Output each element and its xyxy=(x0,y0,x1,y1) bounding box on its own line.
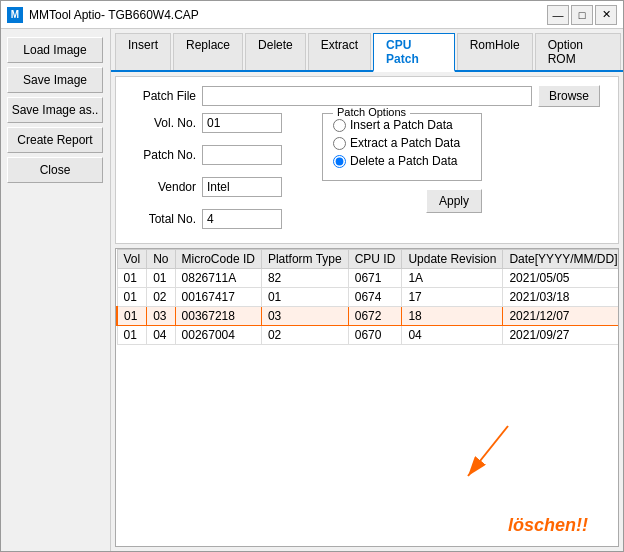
total-no-label: Total No. xyxy=(126,212,196,226)
options-section: Patch Options Insert a Patch Data Extrac… xyxy=(312,113,482,235)
browse-button[interactable]: Browse xyxy=(538,85,600,107)
app-icon: M xyxy=(7,7,23,23)
table-row[interactable]: 01010826711A8206711A2021/05/050002D000 xyxy=(117,269,619,288)
tab-delete[interactable]: Delete xyxy=(245,33,306,70)
arrow-icon xyxy=(448,416,528,496)
form-area: Patch File Browse Vol. No. Patch No. xyxy=(115,76,619,244)
patch-no-label: Patch No. xyxy=(126,148,196,162)
table-row[interactable]: 010300367218030672182021/12/0700031800 xyxy=(117,307,619,326)
main-content: Load Image Save Image Save Image as.. Cr… xyxy=(1,29,623,551)
patch-no-row: Patch No. xyxy=(126,145,282,165)
patch-file-label: Patch File xyxy=(126,89,196,103)
total-no-row: Total No. xyxy=(126,209,282,229)
microcode-table: Vol No MicroCode ID Platform Type CPU ID… xyxy=(116,249,619,345)
radio-extract-row: Extract a Patch Data xyxy=(333,136,471,150)
radio-delete[interactable] xyxy=(333,155,346,168)
patch-file-row: Patch File Browse xyxy=(126,85,608,107)
col-platform-type: Platform Type xyxy=(261,250,348,269)
right-panel: Insert Replace Delete Extract CPU Patch … xyxy=(111,29,623,551)
vendor-label: Vendor xyxy=(126,180,196,194)
radio-extract[interactable] xyxy=(333,137,346,150)
save-image-button[interactable]: Save Image xyxy=(7,67,103,93)
radio-insert[interactable] xyxy=(333,119,346,132)
vol-no-label: Vol. No. xyxy=(126,116,196,130)
tab-replace[interactable]: Replace xyxy=(173,33,243,70)
col-update-revision: Update Revision xyxy=(402,250,503,269)
col-cpu-id: CPU ID xyxy=(348,250,402,269)
form-left-fields: Vol. No. Patch No. Vendor Total No. xyxy=(126,113,282,235)
vendor-row: Vendor xyxy=(126,177,282,197)
annotation-text: löschen!! xyxy=(508,515,588,535)
vol-no-input[interactable] xyxy=(202,113,282,133)
tab-extract[interactable]: Extract xyxy=(308,33,371,70)
radio-delete-row: Delete a Patch Data xyxy=(333,154,471,168)
create-report-button[interactable]: Create Report xyxy=(7,127,103,153)
title-bar: M MMTool Aptio- TGB660W4.CAP — □ ✕ xyxy=(1,1,623,29)
window-title: MMTool Aptio- TGB660W4.CAP xyxy=(29,8,547,22)
patch-no-input[interactable] xyxy=(202,145,282,165)
tab-bar: Insert Replace Delete Extract CPU Patch … xyxy=(111,29,623,72)
col-date: Date[YYYY/MM/DD] xyxy=(503,250,619,269)
save-image-as-button[interactable]: Save Image as.. xyxy=(7,97,103,123)
tab-insert[interactable]: Insert xyxy=(115,33,171,70)
maximize-button[interactable]: □ xyxy=(571,5,593,25)
col-no: No xyxy=(147,250,175,269)
close-button[interactable]: Close xyxy=(7,157,103,183)
col-microcode-id: MicroCode ID xyxy=(175,250,261,269)
patch-file-input[interactable] xyxy=(202,86,532,106)
window-controls: — □ ✕ xyxy=(547,5,617,25)
tab-romhole[interactable]: RomHole xyxy=(457,33,533,70)
radio-extract-label: Extract a Patch Data xyxy=(350,136,460,150)
table-row[interactable]: 010200167417010674172021/03/1800029800 xyxy=(117,288,619,307)
patch-options-legend: Patch Options xyxy=(333,106,410,118)
table-row[interactable]: 010400267004020670042021/09/270002C000 xyxy=(117,326,619,345)
radio-insert-label: Insert a Patch Data xyxy=(350,118,453,132)
vol-no-row: Vol. No. xyxy=(126,113,282,133)
radio-insert-row: Insert a Patch Data xyxy=(333,118,471,132)
main-window: M MMTool Aptio- TGB660W4.CAP — □ ✕ Load … xyxy=(0,0,624,552)
tab-option-rom[interactable]: Option ROM xyxy=(535,33,621,70)
form-columns: Vol. No. Patch No. Vendor Total No. xyxy=(126,113,608,235)
tab-cpu-patch[interactable]: CPU Patch xyxy=(373,33,455,72)
table-area: Vol No MicroCode ID Platform Type CPU ID… xyxy=(115,248,619,547)
patch-options-box: Patch Options Insert a Patch Data Extrac… xyxy=(322,113,482,181)
close-window-button[interactable]: ✕ xyxy=(595,5,617,25)
sidebar: Load Image Save Image Save Image as.. Cr… xyxy=(1,29,111,551)
col-vol: Vol xyxy=(117,250,147,269)
vendor-input[interactable] xyxy=(202,177,282,197)
radio-delete-label: Delete a Patch Data xyxy=(350,154,457,168)
annotation: löschen!! xyxy=(508,515,588,536)
apply-button[interactable]: Apply xyxy=(426,189,482,213)
total-no-input[interactable] xyxy=(202,209,282,229)
table-header-row: Vol No MicroCode ID Platform Type CPU ID… xyxy=(117,250,619,269)
minimize-button[interactable]: — xyxy=(547,5,569,25)
svg-line-1 xyxy=(468,426,508,476)
load-image-button[interactable]: Load Image xyxy=(7,37,103,63)
